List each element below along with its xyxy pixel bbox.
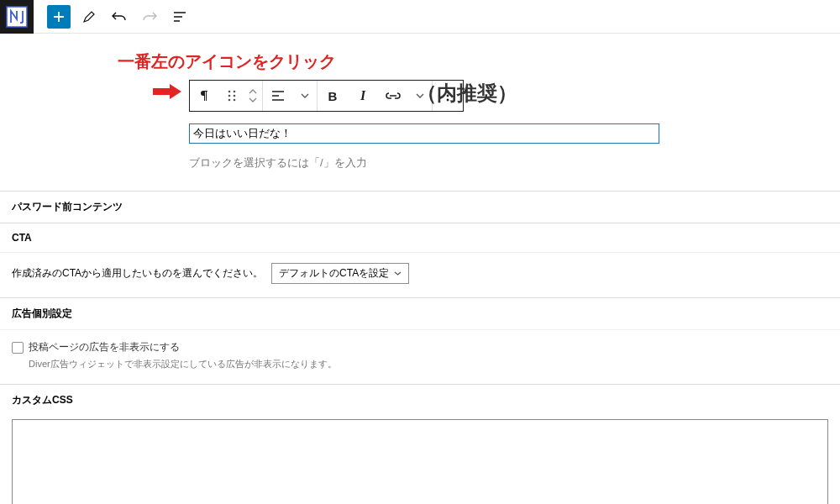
align-left-icon (271, 90, 285, 102)
block-appender-placeholder[interactable]: ブロックを選択するには「/」を入力 (189, 155, 840, 171)
chevron-down-icon (301, 93, 309, 98)
align-button[interactable] (263, 81, 293, 111)
metabox-password-content: パスワード前コンテンツ (0, 191, 840, 223)
title-partial-behind: （内推奨） (417, 80, 517, 107)
plus-icon (52, 10, 66, 24)
link-icon (386, 92, 401, 100)
annotation-text: 一番左のアイコンをクリック (118, 50, 840, 73)
paragraph-block-input[interactable] (189, 123, 659, 144)
metabox-cta: CTA 作成済みのCTAから適用したいものを選んでください。 デフォルトのCTA… (0, 223, 840, 297)
annotation-arrow (153, 84, 181, 99)
svg-point-5 (234, 95, 236, 97)
align-dropdown[interactable] (293, 81, 317, 111)
bold-button[interactable]: B (318, 81, 348, 111)
drag-icon (227, 90, 237, 102)
arrow-right-icon (153, 84, 181, 99)
cta-select-label: デフォルトのCTAを設定 (279, 266, 389, 281)
svg-point-2 (228, 91, 231, 93)
redo-button (138, 5, 161, 29)
svg-rect-1 (153, 88, 170, 95)
undo-icon (112, 11, 127, 23)
cta-description: 作成済みのCTAから適用したいものを選んでください。 (12, 266, 263, 281)
svg-point-7 (234, 99, 236, 102)
metabox-toggle[interactable]: CTA (0, 223, 840, 252)
hide-ads-checkbox[interactable] (12, 342, 24, 354)
chevron-down-icon (249, 97, 257, 102)
document-outline-button[interactable] (168, 5, 192, 29)
chevron-down-icon (394, 271, 402, 276)
metabox-ad-settings: 広告個別設定 投稿ページの広告を非表示にする Diver広告ウィジェットで非表示… (0, 297, 840, 384)
cta-select[interactable]: デフォルトのCTAを設定 (271, 263, 409, 284)
hide-ads-description: Diver広告ウィジェットで非表示設定にしている広告が非表示になります。 (29, 358, 828, 370)
svg-point-4 (228, 95, 231, 97)
custom-css-textarea[interactable] (12, 419, 828, 504)
metabox-custom-css: カスタムCSS (0, 384, 840, 504)
top-toolbar (0, 0, 840, 34)
move-down-button[interactable] (244, 96, 262, 104)
undo-button[interactable] (108, 5, 131, 29)
pencil-icon (82, 10, 96, 24)
svg-point-3 (234, 91, 236, 93)
hide-ads-label: 投稿ページの広告を非表示にする (29, 340, 180, 354)
paragraph-icon (198, 89, 212, 102)
metabox-toggle[interactable]: カスタムCSS (0, 385, 840, 416)
move-up-button[interactable] (244, 87, 262, 96)
metabox-toggle[interactable]: パスワード前コンテンツ (0, 192, 840, 223)
logo-icon (6, 6, 28, 28)
add-block-button[interactable] (47, 5, 71, 29)
italic-button[interactable]: I (348, 81, 378, 111)
link-button[interactable] (378, 81, 408, 111)
redo-icon (142, 11, 157, 23)
block-type-button[interactable] (190, 81, 220, 111)
chevron-up-icon (249, 89, 257, 94)
outline-icon (173, 11, 186, 23)
drag-handle[interactable] (220, 81, 244, 111)
metabox-toggle[interactable]: 広告個別設定 (0, 298, 840, 329)
editor-canvas: 一番左のアイコンをクリック （内推奨） B (0, 34, 840, 191)
svg-point-6 (228, 99, 231, 102)
edit-mode-button[interactable] (77, 5, 101, 29)
site-logo-button[interactable] (0, 0, 34, 34)
